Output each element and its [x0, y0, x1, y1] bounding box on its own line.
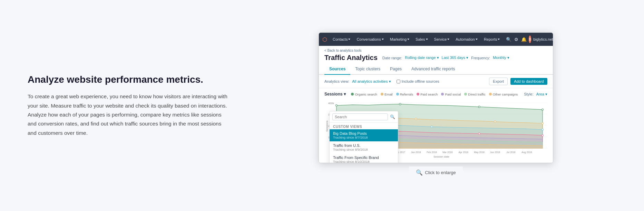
svg-text:Session date: Session date [433, 155, 450, 159]
analytics-view-dropdown[interactable]: All analytics activities ▾ [352, 79, 391, 84]
enlarge-bar: 🔍 Click to enlarge [409, 167, 463, 179]
legend-label-paid-social: Paid social [445, 92, 461, 96]
svg-text:Mar 2018: Mar 2018 [442, 151, 453, 153]
nav-marketing[interactable]: Marketing [388, 36, 411, 43]
offline-checkbox-input[interactable] [397, 80, 400, 83]
svg-point-23 [542, 134, 544, 136]
svg-point-19 [431, 126, 433, 128]
chart-controls: Sessions ▾ Organic search Email [324, 92, 547, 97]
avatar: B [529, 36, 531, 43]
period-value[interactable]: Last 365 days ▾ [442, 56, 469, 60]
svg-point-13 [542, 109, 544, 111]
legend-dot-organic [351, 93, 354, 96]
legend-other: Other campaigns [489, 92, 518, 96]
hubspot-logo: ⬡ [322, 36, 327, 43]
tab-topic-clusters[interactable]: Topic clusters [350, 64, 385, 75]
nav-icons: 🔍 ⚙ 🔔 [506, 37, 527, 42]
tab-pages[interactable]: Pages [385, 64, 407, 75]
svg-text:May 2018: May 2018 [474, 151, 485, 154]
hubspot-nav: ⬡ Contacts Conversations Marketing Sales… [319, 33, 553, 46]
heading: Analyze website performance metrics. [28, 73, 228, 86]
back-link[interactable]: < Back to analytics tools [324, 49, 547, 52]
sessions-dropdown[interactable]: Sessions ▾ [324, 92, 346, 97]
legend-organic: Organic search [351, 92, 377, 96]
dropdown-sub-us: Tracking since 8/9/2018 [333, 148, 394, 151]
nav-automation[interactable]: Automation [453, 36, 480, 43]
legend-label-paid-search: Paid search [420, 92, 438, 96]
analytics-header: < Back to analytics tools Traffic Analyt… [319, 46, 553, 62]
style-label: Style: [524, 92, 534, 96]
dropdown-sub-bigdata: Tracking since 8/7/2018 [333, 135, 394, 139]
browser-mock: ⬡ Contacts Conversations Marketing Sales… [319, 32, 553, 163]
legend-dot-direct [464, 93, 467, 96]
analytics-view-label: Analytics view: [324, 79, 349, 83]
frequency-label: Frequency: [471, 56, 490, 60]
legend-email: Email [381, 92, 393, 96]
nav-sales[interactable]: Sales [413, 36, 430, 43]
svg-point-10 [335, 105, 337, 107]
search-icon[interactable]: 🔍 [506, 37, 511, 42]
include-offline-checkbox[interactable]: Include offline sources [397, 79, 439, 83]
body-text: To create a great web experience, you ne… [28, 92, 228, 138]
legend-dot-other [489, 93, 492, 96]
dropdown-search-icon: 🔍 [390, 114, 395, 119]
legend-dot-referrals [396, 93, 399, 96]
svg-text:Apr 2018: Apr 2018 [459, 151, 468, 154]
tab-sources[interactable]: Sources [324, 64, 350, 75]
svg-point-11 [399, 103, 401, 105]
custom-views-dropdown[interactable]: 🔍 Custom views Big Data Blog Posts Track… [329, 111, 398, 163]
page-title: Traffic Analytics [324, 54, 378, 62]
nav-conversations[interactable]: Conversations [354, 36, 386, 43]
svg-point-22 [478, 133, 480, 134]
legend-dot-paid-social [441, 93, 444, 96]
right-panel: ⬡ Contacts Conversations Marketing Sales… [255, 32, 616, 178]
svg-point-15 [415, 118, 417, 120]
nav-contacts[interactable]: Contacts [331, 36, 352, 43]
dropdown-search-input[interactable] [332, 113, 388, 120]
dropdown-item-us[interactable]: Traffic from U.S. Tracking since 8/9/201… [330, 141, 398, 153]
style-dropdown[interactable]: Area ▾ [536, 92, 547, 97]
svg-text:Sessions: Sessions [325, 121, 329, 132]
svg-text:Jun 2018: Jun 2018 [490, 151, 500, 153]
frequency-value[interactable]: Monthly ▾ [493, 56, 509, 60]
legend-label-direct: Direct traffic [468, 92, 486, 96]
page-title-row: Traffic Analytics Date range: Rolling da… [324, 54, 547, 62]
nav-reports[interactable]: Reports [482, 36, 502, 43]
analytics-toolbar: Analytics view: All analytics activities… [319, 75, 553, 88]
dropdown-section-label: Custom views [330, 123, 398, 129]
tab-advanced[interactable]: Advanced traffic reports [407, 64, 460, 75]
svg-text:Jan 2018: Jan 2018 [411, 151, 421, 153]
add-dashboard-button[interactable]: Add to dashboard [510, 78, 547, 85]
legend-label-other: Other campaigns [493, 92, 518, 96]
svg-point-16 [494, 121, 496, 123]
chart-svg-wrapper: 400k 300k 200k 100k 0 [324, 99, 547, 160]
svg-point-17 [542, 123, 544, 124]
svg-point-12 [478, 106, 480, 108]
svg-text:Aug 2018: Aug 2018 [521, 151, 532, 154]
enlarge-label[interactable]: Click to enlarge [425, 170, 456, 175]
legend-paid-search: Paid search [417, 92, 438, 96]
enlarge-icon: 🔍 [416, 169, 423, 176]
legend-dot-paid-search [417, 93, 419, 96]
nav-service[interactable]: Service [432, 36, 452, 43]
export-button[interactable]: Export [489, 78, 508, 85]
dropdown-item-brand[interactable]: Traffic From Specific Brand Tracking sin… [330, 153, 398, 163]
svg-point-20 [542, 129, 544, 131]
dropdown-item-bigdata[interactable]: Big Data Blog Posts Tracking since 8/7/2… [330, 129, 398, 141]
offline-checkbox-label: Include offline sources [402, 79, 439, 83]
date-range-label: Date range: [382, 56, 402, 60]
legend-dot-email [381, 93, 383, 96]
svg-text:Feb 2018: Feb 2018 [427, 151, 437, 153]
settings-icon[interactable]: ⚙ [514, 37, 518, 42]
date-range-value[interactable]: Rolling date range ▾ [405, 56, 439, 60]
svg-text:Jul 2018: Jul 2018 [506, 151, 515, 153]
legend-paid-social: Paid social [441, 92, 461, 96]
dropdown-sub-brand: Tracking since 8/10/2018 [333, 160, 394, 163]
legend-label-referrals: Referrals [400, 92, 413, 96]
chart-legend: Organic search Email Referrals [351, 92, 518, 96]
legend-direct: Direct traffic [464, 92, 486, 96]
notifications-icon[interactable]: 🔔 [521, 37, 527, 42]
user-label[interactable]: biglytics.net [533, 37, 553, 41]
svg-text:400k: 400k [328, 102, 334, 105]
legend-label-organic: Organic search [355, 92, 377, 96]
